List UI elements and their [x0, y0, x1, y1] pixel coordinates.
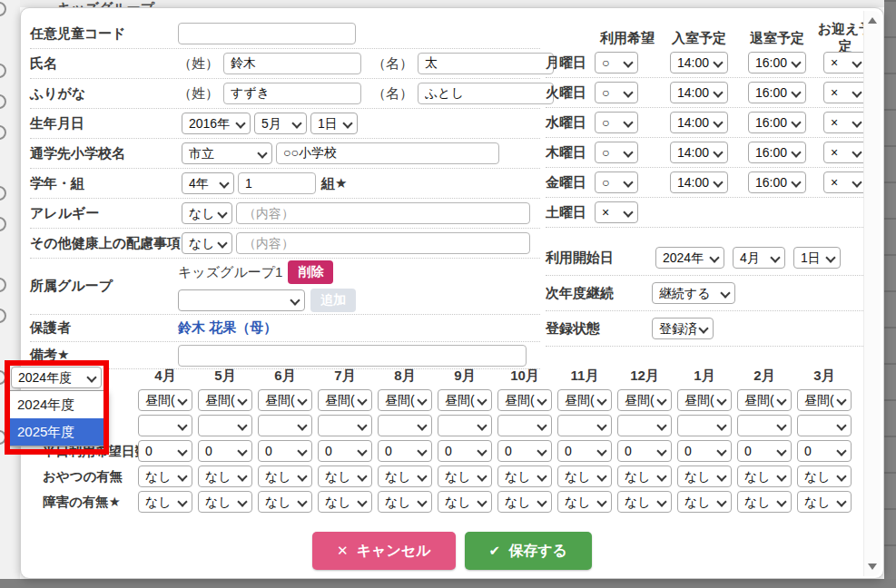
month-daytime-select[interactable]: 昼間( [497, 389, 552, 411]
month-secondary-select[interactable] [617, 415, 672, 436]
entry-time-select[interactable]: 14:00 [670, 82, 728, 103]
wish-select[interactable]: ○ [595, 52, 638, 74]
birth-day-select[interactable]: 1日 [310, 113, 358, 134]
month-disability-select[interactable]: なし [677, 491, 732, 513]
dialog-scrollbar[interactable] [863, 11, 881, 576]
month-daytime-select[interactable]: 昼間( [138, 389, 192, 411]
month-days-count-select[interactable]: 0 [617, 440, 672, 462]
birth-year-select[interactable]: 2016年 [182, 113, 251, 134]
month-disability-select[interactable]: なし [557, 491, 612, 513]
month-days-count-select[interactable]: 0 [557, 440, 612, 462]
month-secondary-select[interactable] [318, 415, 372, 436]
month-days-count-select[interactable]: 0 [198, 440, 252, 462]
month-snack-select[interactable]: なし [497, 466, 552, 487]
month-disability-select[interactable]: なし [378, 491, 432, 513]
pickup-select[interactable]: × [823, 142, 867, 163]
month-disability-select[interactable]: なし [797, 491, 852, 513]
month-days-count-select[interactable]: 0 [497, 440, 552, 462]
school-name-input[interactable] [276, 142, 499, 164]
month-secondary-select[interactable] [497, 415, 552, 436]
month-secondary-select[interactable] [438, 415, 492, 436]
month-daytime-select[interactable]: 昼間( [198, 389, 252, 411]
month-disability-select[interactable]: なし [737, 491, 792, 513]
month-days-count-select[interactable]: 0 [258, 440, 312, 462]
month-days-count-select[interactable]: 0 [438, 440, 492, 462]
group-select[interactable] [178, 289, 305, 311]
first-name-kana-input[interactable] [418, 83, 554, 104]
month-snack-select[interactable]: なし [557, 466, 612, 487]
month-disability-select[interactable]: なし [258, 491, 312, 513]
allergy-detail-input[interactable] [236, 202, 530, 224]
month-secondary-select[interactable] [258, 415, 312, 436]
start-day-select[interactable]: 1日 [793, 247, 841, 269]
month-days-count-select[interactable]: 0 [138, 440, 192, 462]
month-disability-select[interactable]: なし [438, 491, 492, 513]
month-snack-select[interactable]: なし [438, 466, 492, 487]
entry-time-select[interactable]: 14:00 [670, 52, 728, 74]
month-disability-select[interactable]: なし [198, 491, 252, 513]
month-secondary-select[interactable] [198, 415, 252, 436]
health-detail-input[interactable] [236, 232, 530, 254]
month-days-count-select[interactable]: 0 [318, 440, 372, 462]
month-days-count-select[interactable]: 0 [378, 440, 432, 462]
fiscal-year-option[interactable]: 2025年度 [9, 418, 105, 446]
month-secondary-select[interactable] [797, 415, 852, 436]
first-name-input[interactable] [418, 53, 554, 74]
month-secondary-select[interactable] [138, 415, 192, 436]
exit-time-select[interactable]: 16:00 [748, 142, 806, 163]
guardian-link[interactable]: 鈴木 花果（母） [178, 319, 277, 337]
month-days-count-select[interactable]: 0 [797, 440, 852, 462]
exit-time-select[interactable]: 16:00 [748, 52, 806, 74]
entry-time-select[interactable]: 14:00 [670, 172, 728, 193]
pickup-select[interactable]: × [823, 172, 867, 193]
wish-select[interactable]: ○ [595, 172, 638, 193]
month-daytime-select[interactable]: 昼間( [797, 389, 852, 411]
pickup-select[interactable]: × [823, 82, 867, 103]
month-snack-select[interactable]: なし [198, 466, 252, 487]
month-daytime-select[interactable]: 昼間( [557, 389, 612, 411]
month-snack-select[interactable]: なし [677, 466, 732, 487]
exit-time-select[interactable]: 16:00 [748, 172, 806, 193]
month-secondary-select[interactable] [557, 415, 612, 436]
exit-time-select[interactable]: 16:00 [748, 112, 806, 133]
month-snack-select[interactable]: なし [617, 466, 672, 487]
health-select[interactable]: なし [182, 232, 232, 254]
month-snack-select[interactable]: なし [138, 466, 192, 487]
month-secondary-select[interactable] [378, 415, 432, 436]
continue-select[interactable]: 継続する [652, 282, 735, 304]
exit-time-select[interactable]: 16:00 [748, 82, 806, 103]
wish-select[interactable]: ○ [595, 142, 638, 163]
birth-month-select[interactable]: 5月 [254, 113, 307, 134]
status-select[interactable]: 登録済 [652, 318, 714, 339]
month-daytime-select[interactable]: 昼間( [438, 389, 492, 411]
last-name-kana-input[interactable] [223, 83, 361, 104]
group-add-button[interactable]: 追加 [310, 289, 356, 312]
child-code-input[interactable] [178, 23, 356, 44]
pickup-select[interactable]: × [823, 112, 867, 133]
start-year-select[interactable]: 2024年 [655, 247, 724, 269]
month-daytime-select[interactable]: 昼間( [677, 389, 732, 411]
cancel-button[interactable]: ✕ キャンセル [312, 532, 455, 570]
scroll-up-icon[interactable] [868, 17, 877, 24]
month-secondary-select[interactable] [677, 415, 732, 436]
month-disability-select[interactable]: なし [497, 491, 552, 513]
save-button[interactable]: ✔ 保存する [465, 532, 592, 570]
fiscal-year-select[interactable]: 2024年度 [11, 367, 102, 388]
wish-select[interactable]: ○ [595, 112, 638, 133]
entry-time-select[interactable]: 14:00 [670, 142, 728, 163]
school-type-select[interactable]: 市立 [182, 142, 272, 164]
month-snack-select[interactable]: なし [737, 466, 792, 487]
month-daytime-select[interactable]: 昼間( [737, 389, 792, 411]
month-disability-select[interactable]: なし [138, 491, 192, 513]
grade-select[interactable]: 4年 [182, 172, 234, 194]
class-input[interactable] [238, 172, 316, 194]
month-snack-select[interactable]: なし [378, 466, 432, 487]
month-snack-select[interactable]: なし [318, 466, 372, 487]
month-daytime-select[interactable]: 昼間( [378, 389, 432, 411]
month-days-count-select[interactable]: 0 [737, 440, 792, 462]
month-snack-select[interactable]: なし [258, 466, 312, 487]
month-snack-select[interactable]: なし [797, 466, 852, 487]
month-daytime-select[interactable]: 昼間( [258, 389, 312, 411]
fiscal-year-option[interactable]: 2024年度 [9, 391, 105, 418]
month-secondary-select[interactable] [737, 415, 792, 436]
